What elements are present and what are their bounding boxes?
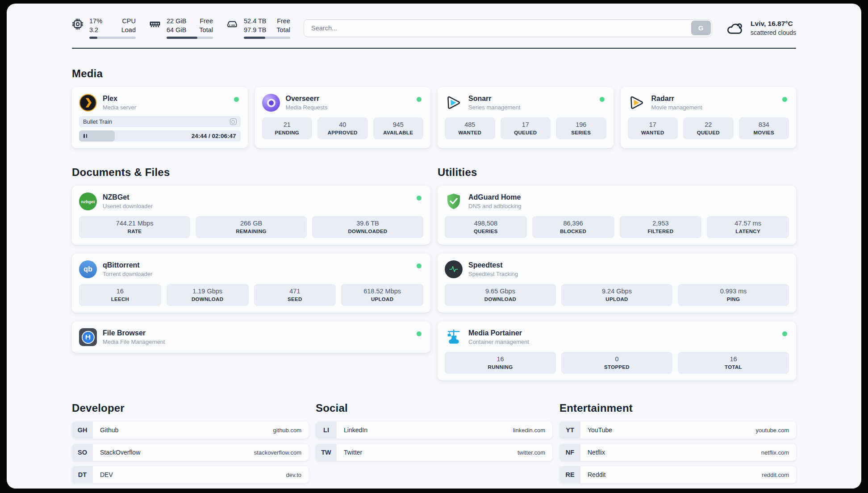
session-camera-icon — [230, 118, 237, 125]
cpu-load-value: 3.2 — [89, 26, 102, 35]
now-playing-row: Bullet Train — [79, 116, 241, 127]
link-url: github.com — [273, 427, 301, 434]
app-card-sonarr[interactable]: Sonarr Series management 485 WANTED 17 Q… — [438, 87, 613, 148]
header-divider — [72, 48, 796, 49]
app-card-radarr[interactable]: Radarr Movie management 17 WANTED 22 QUE… — [621, 87, 797, 148]
app-name: Media Portainer — [468, 329, 529, 337]
stat-ping: 0.993 ms PING — [678, 284, 789, 306]
link-abbr: LI — [316, 422, 337, 439]
app-name: Sonarr — [468, 95, 520, 103]
link-abbr: SO — [72, 444, 93, 461]
link-linkedin[interactable]: LI LinkedIn linkedin.com — [316, 422, 552, 439]
stat-download: 1.19 Gbps DOWNLOAD — [167, 284, 249, 306]
app-description: Torrent downloader — [103, 271, 152, 277]
app-name: Overseerr — [286, 95, 328, 103]
app-description: Media Requests — [286, 104, 328, 111]
weather-widget: Lviv, 16.87°C scattered clouds — [726, 19, 796, 38]
section-title-utilities: Utilities — [438, 166, 796, 179]
link-url: netflix.com — [761, 449, 789, 456]
app-description: Movie management — [651, 104, 702, 111]
link-abbr: YT — [559, 422, 580, 439]
link-name: DEV — [100, 471, 113, 478]
link-name: Netflix — [588, 449, 605, 456]
link-twitter[interactable]: TW Twitter twitter.com — [316, 444, 552, 461]
app-name: Plex — [103, 95, 136, 103]
link-abbr: GH — [72, 422, 93, 439]
app-card-overseerr[interactable]: Overseerr Media Requests 21 PENDING 40 A… — [255, 87, 431, 148]
app-description: Container management — [468, 338, 529, 345]
stat-filtered: 2,953 FILTERED — [620, 216, 702, 238]
app-card-adguard[interactable]: AdGuard Home DNS and adblocking 498,508 … — [438, 186, 796, 245]
ram-icon — [149, 18, 161, 30]
section-title-social: Social — [316, 402, 552, 414]
app-description: Series management — [468, 104, 520, 111]
app-card-speedtest[interactable]: Speedtest Speedtest Tracking 9.65 Gbps D… — [438, 254, 796, 313]
app-card-plex[interactable]: Plex Media server Bullet Train 24:44 / 0… — [72, 87, 248, 148]
disk-total-label: Total — [276, 26, 290, 35]
link-url: twitter.com — [517, 449, 545, 456]
link-name: LinkedIn — [344, 426, 367, 434]
app-card-filebrowser[interactable]: File Browser Media File Management — [72, 322, 430, 353]
weather-condition: scattered clouds — [751, 29, 796, 36]
section-title-media: Media — [72, 67, 796, 80]
link-dev[interactable]: DT DEV dev.to — [72, 466, 309, 483]
stat-downloaded: 39.6 TB DOWNLOADED — [312, 216, 423, 238]
playback-time: 24:44 / 02:06:47 — [192, 133, 236, 139]
link-reddit[interactable]: RE Reddit reddit.com — [559, 466, 796, 483]
stat-queued: 22 QUEUED — [683, 117, 734, 139]
speedtest-icon — [445, 260, 463, 278]
app-name: Speedtest — [468, 261, 518, 269]
link-url: reddit.com — [762, 472, 789, 478]
stat-seed: 471 SEED — [254, 284, 336, 306]
memory-metric: 22 GiB 64 GiB Free Total — [149, 17, 213, 39]
app-card-qbittorrent[interactable]: qb qBittorrent Torrent downloader 16 LEE… — [72, 254, 430, 313]
link-url: linkedin.com — [513, 427, 545, 434]
app-card-nzbget[interactable]: nzbget NZBGet Usenet downloader 744.21 M… — [72, 186, 430, 245]
link-abbr: TW — [316, 444, 337, 461]
status-online-dot — [234, 97, 239, 102]
section-title-documents: Documents & Files — [72, 166, 430, 179]
app-card-portainer[interactable]: Media Portainer Container management 16 … — [438, 322, 796, 380]
search-input[interactable] — [304, 20, 690, 37]
stat-rate: 744.21 Mbps RATE — [79, 216, 190, 238]
stat-running: 16 RUNNING — [445, 352, 556, 374]
link-youtube[interactable]: YT YouTube youtube.com — [559, 422, 796, 439]
link-name: Github — [100, 426, 118, 434]
search-engine-button[interactable]: G — [691, 21, 711, 35]
link-name: StackOverflow — [100, 449, 140, 456]
stat-total: 16 TOTAL — [678, 352, 789, 374]
stat-pending: 21 PENDING — [262, 117, 313, 139]
section-documents: Documents & Files nzbget NZBGet Usenet d… — [72, 166, 430, 380]
cpu-icon — [72, 18, 83, 30]
link-abbr: NF — [559, 444, 580, 461]
app-description: Media server — [103, 104, 136, 111]
app-name: NZBGet — [103, 193, 153, 201]
weather-location-temp: Lviv, 16.87°C — [751, 20, 796, 28]
section-entertainment: Entertainment YT YouTube youtube.com NF … — [559, 402, 796, 483]
section-social: Social LI LinkedIn linkedin.com TW Twitt… — [316, 402, 552, 483]
top-bar: 17% 3.2 CPU Load — [72, 17, 796, 39]
app-description: Speedtest Tracking — [468, 271, 518, 277]
link-abbr: DT — [72, 466, 93, 483]
link-netflix[interactable]: NF Netflix netflix.com — [559, 444, 796, 461]
stat-series: 196 SERIES — [556, 117, 606, 139]
ram-free-value: 22 GiB — [167, 17, 186, 26]
stat-wanted: 17 WANTED — [628, 117, 678, 139]
stat-leech: 16 LEECH — [79, 284, 161, 306]
app-description: Media File Management — [103, 338, 165, 345]
section-title-developer: Developer — [72, 402, 309, 414]
stat-available: 945 AVAILABLE — [373, 117, 424, 139]
status-online-dot — [600, 97, 605, 102]
link-stackoverflow[interactable]: SO StackOverflow stackoverflow.com — [72, 444, 309, 461]
app-description: DNS and adblocking — [468, 203, 522, 209]
app-name: qBittorrent — [103, 261, 152, 269]
link-github[interactable]: GH Github github.com — [72, 422, 309, 439]
stat-upload: 9.24 Gbps UPLOAD — [561, 284, 672, 306]
link-url: stackoverflow.com — [254, 449, 301, 456]
ram-free-label: Free — [199, 17, 213, 26]
plex-icon — [79, 94, 97, 112]
pause-icon[interactable] — [83, 134, 87, 138]
search-bar: G — [304, 19, 712, 37]
link-abbr: RE — [559, 466, 580, 483]
disk-free-value: 52.4 TB — [244, 17, 267, 26]
